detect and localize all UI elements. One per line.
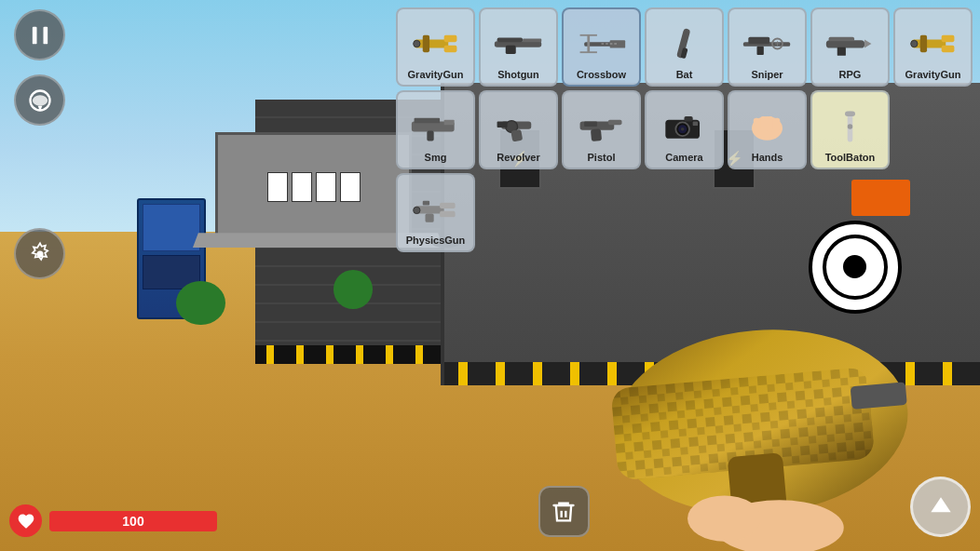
svg-rect-10 xyxy=(32,26,36,44)
svg-rect-34 xyxy=(748,37,769,44)
svg-rect-22 xyxy=(497,37,524,42)
svg-rect-50 xyxy=(427,130,433,141)
gravity-gun-2-label: GravityGun xyxy=(905,69,961,80)
weapon-slot-physics-gun[interactable]: PhysicsGun xyxy=(396,173,475,252)
weapon-slot-shotgun[interactable]: Shotgun xyxy=(479,7,558,87)
svg-rect-17 xyxy=(444,35,457,42)
range-target-3 xyxy=(316,172,336,202)
weapon-slot-revolver[interactable]: Revolver xyxy=(479,90,558,169)
svg-rect-64 xyxy=(685,116,693,122)
svg-rect-6 xyxy=(851,383,907,410)
weapon-row-2: Smg Revolver xyxy=(396,90,973,169)
pause-icon xyxy=(27,22,53,48)
weapon-slot-pistol[interactable]: Pistol xyxy=(562,90,641,169)
revolver-label: Revolver xyxy=(497,152,539,163)
camera-label: Camera xyxy=(665,152,702,163)
svg-rect-72 xyxy=(845,111,855,116)
svg-rect-65 xyxy=(693,121,699,126)
rpg-icon xyxy=(823,20,878,67)
weapon-row-3: PhysicsGun xyxy=(396,173,973,252)
svg-rect-75 xyxy=(440,203,456,208)
weapon-row-1: GravityGun Shotgun xyxy=(396,7,973,87)
heart-icon xyxy=(17,512,35,531)
svg-rect-69 xyxy=(768,116,773,132)
weapon-slot-sniper[interactable]: Sniper xyxy=(728,7,807,87)
weapon-slot-gravity-gun-1[interactable]: GravityGun xyxy=(396,7,475,87)
svg-point-78 xyxy=(414,207,420,213)
plant-left xyxy=(176,281,225,325)
svg-rect-21 xyxy=(495,41,541,47)
delete-button[interactable] xyxy=(538,486,590,537)
weapon-slot-smg[interactable]: Smg xyxy=(396,90,475,169)
svg-rect-76 xyxy=(440,211,456,217)
pistol-label: Pistol xyxy=(588,152,616,163)
weapon-slot-hands[interactable]: Hands xyxy=(728,90,807,169)
weapon-slot-rpg[interactable]: RPG xyxy=(810,7,890,87)
svg-rect-77 xyxy=(423,201,429,206)
svg-rect-38 xyxy=(757,47,764,55)
weapon-slot-tool-baton[interactable]: ToolBaton xyxy=(810,90,890,169)
svg-marker-41 xyxy=(864,39,871,47)
svg-rect-19 xyxy=(423,35,429,52)
svg-point-63 xyxy=(681,128,685,131)
hands-icon xyxy=(740,103,796,150)
svg-rect-55 xyxy=(510,129,523,142)
shotgun-icon xyxy=(491,20,547,67)
bat-label: Bat xyxy=(676,69,693,80)
chat-icon xyxy=(27,87,53,114)
range-target-2 xyxy=(292,172,312,202)
svg-rect-24 xyxy=(523,38,541,42)
hands-label: Hands xyxy=(752,152,783,163)
trash-icon xyxy=(551,499,577,525)
range-target-1 xyxy=(267,172,288,202)
bat-icon xyxy=(657,20,713,67)
settings-icon xyxy=(27,241,53,267)
rpg-label: RPG xyxy=(839,69,862,80)
hud-bottom: 100 xyxy=(9,477,971,537)
svg-rect-54 xyxy=(497,121,508,127)
svg-rect-39 xyxy=(826,40,864,47)
svg-rect-58 xyxy=(591,128,602,141)
crossbow-icon xyxy=(574,20,630,67)
health-container: 100 xyxy=(9,504,217,537)
physics-gun-icon xyxy=(408,186,464,233)
chat-button[interactable] xyxy=(14,74,65,126)
camera-icon xyxy=(657,103,713,150)
weapon-slot-gravity-gun-2[interactable]: GravityGun xyxy=(893,7,973,87)
health-icon xyxy=(9,504,42,537)
health-value: 100 xyxy=(122,514,143,529)
svg-rect-18 xyxy=(444,46,457,52)
svg-rect-51 xyxy=(444,120,455,126)
gravity-gun-1-icon xyxy=(408,20,464,67)
crossbow-label: Crossbow xyxy=(577,69,626,80)
jump-button[interactable] xyxy=(910,477,971,537)
gravity-gun-1-label: GravityGun xyxy=(408,69,464,80)
svg-rect-46 xyxy=(920,35,927,52)
svg-point-73 xyxy=(848,124,853,129)
settings-button[interactable] xyxy=(14,228,65,279)
svg-rect-23 xyxy=(506,46,516,54)
svg-rect-79 xyxy=(426,213,434,222)
svg-rect-42 xyxy=(837,47,846,56)
weapon-slot-camera[interactable]: Camera xyxy=(645,90,724,169)
tool-baton-label: ToolBaton xyxy=(825,152,876,163)
smg-icon xyxy=(408,103,464,150)
revolver-icon xyxy=(491,103,547,150)
gravity-gun-2-icon xyxy=(905,20,961,67)
sniper-icon xyxy=(740,20,796,67)
weapon-slot-crossbow[interactable]: Crossbow xyxy=(562,7,641,87)
game-viewport: ⚡ ⚡ ⚡ ⚡ xyxy=(0,0,980,551)
svg-rect-11 xyxy=(43,26,48,44)
weapon-slot-bat[interactable]: Bat xyxy=(645,7,724,87)
smg-label: Smg xyxy=(425,152,447,163)
svg-point-20 xyxy=(414,40,420,47)
svg-rect-29 xyxy=(610,40,626,47)
tool-baton-icon xyxy=(823,103,878,150)
pause-button[interactable] xyxy=(14,9,65,60)
pistol-icon xyxy=(574,103,630,150)
plant-right xyxy=(333,270,373,308)
weapon-selection-grid: GravityGun Shotgun xyxy=(396,7,973,252)
arrow-up-icon xyxy=(926,492,956,522)
range-billboard xyxy=(215,132,411,242)
shotgun-label: Shotgun xyxy=(497,69,539,80)
